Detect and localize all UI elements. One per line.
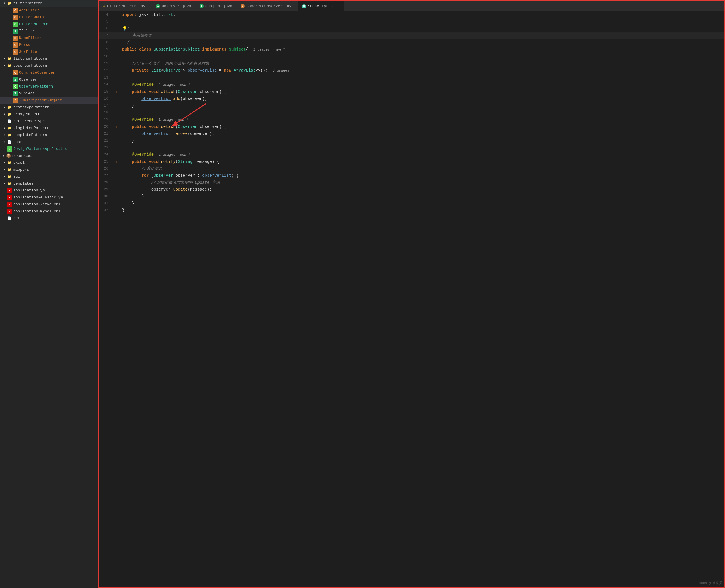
sidebar-item-resources[interactable]: ▼ 📦 resources — [0, 152, 98, 160]
java-icon: ☕ — [103, 4, 105, 8]
sidebar-item-refferenceType[interactable]: 📄 refferenceType — [0, 118, 98, 125]
line-number: 11 — [99, 60, 113, 67]
sidebar-item-NameFilter[interactable]: C NameFilter — [0, 35, 98, 42]
sidebar-item-label: SexFilter — [19, 49, 39, 55]
code-line-10: 10 — [99, 53, 724, 60]
sidebar-item-label: Person — [19, 42, 33, 48]
class-icon: C — [302, 4, 306, 8]
line-content: * 主题操作类 — [120, 32, 724, 39]
sidebar-item-templates[interactable]: ▶ 📁 templates — [0, 180, 98, 187]
class-icon: C — [13, 42, 18, 48]
line-content: } — [120, 193, 724, 200]
sidebar-item-sql[interactable]: ▶ 📁 sql — [0, 173, 98, 180]
tab-ConcreteObserver[interactable]: C ConcreteObserver.java — [236, 1, 298, 11]
sidebar-item-application-elastic-yml[interactable]: Y application-elastic.yml — [0, 194, 98, 201]
line-number: 19 — [99, 116, 113, 123]
sidebar-item-get[interactable]: 📄 get — [0, 215, 98, 222]
sidebar-item-label: filterPattern — [13, 0, 42, 7]
sidebar-item-SubscriptionSubject[interactable]: C SubscriptionSubject — [0, 97, 98, 104]
expand-arrow: ▼ — [2, 0, 7, 7]
class-icon: C — [13, 70, 18, 76]
sidebar-item-label: prototypePattern — [13, 104, 49, 111]
sidebar-item-Person[interactable]: C Person — [0, 42, 98, 48]
sidebar-item-mappers[interactable]: ▶ 📁 mappers — [0, 166, 98, 173]
tab-label: Subscriptio... — [308, 4, 339, 8]
interface-icon: I — [199, 4, 204, 8]
line-number: 31 — [99, 200, 113, 207]
line-gutter: ↑ — [113, 123, 120, 130]
sidebar: ▼ 📁 filterPattern C AgeFilter C FilterCh… — [0, 0, 98, 588]
sidebar-item-ObserverPattern[interactable]: C ObserverPattern — [0, 83, 98, 90]
interface-icon: I — [13, 91, 18, 96]
code-line-21: 21 observerList.remove(observer); — [99, 130, 724, 137]
sidebar-item-DesignPatternsApplication[interactable]: C DesignPatternsApplication — [0, 146, 98, 152]
sidebar-item-proxyPattern[interactable]: ▶ 📁 proxyPattern — [0, 111, 98, 118]
line-content: } — [120, 200, 724, 207]
sidebar-item-label: test — [13, 139, 22, 145]
tab-label: ConcreteObserver.java — [246, 4, 294, 8]
code-line-14: 14 @Override 4 usages new * — [99, 81, 724, 88]
yaml-icon: Y — [7, 209, 12, 214]
line-number: 7 — [99, 32, 113, 39]
folder-icon: 📁 — [7, 167, 12, 172]
sidebar-item-templatePattern[interactable]: ▶ 📁 templatePattern — [0, 132, 98, 139]
class-icon: C — [13, 49, 18, 55]
tab-SubscriptionSubject[interactable]: C Subscriptio... — [298, 1, 344, 11]
sidebar-item-label: application.yml — [13, 187, 47, 194]
sidebar-item-listenerPattern[interactable]: ▶ 📁 listenerPattern — [0, 56, 98, 62]
folder-icon: 📁 — [7, 181, 12, 186]
sidebar-item-excel[interactable]: ▶ 📁 excel — [0, 160, 98, 166]
sidebar-item-application-yml[interactable]: Y application.yml — [0, 187, 98, 194]
line-number: 22 — [99, 137, 113, 144]
sidebar-item-AgeFilter[interactable]: C AgeFilter — [0, 7, 98, 14]
line-number: 6 — [99, 25, 113, 32]
sidebar-item-SexFilter[interactable]: C SexFilter — [0, 48, 98, 56]
sidebar-item-test[interactable]: ▶ 📄 test — [0, 139, 98, 146]
sidebar-item-Observer[interactable]: I Observer — [0, 76, 98, 83]
sidebar-item-FilterChain[interactable]: C FilterChain — [0, 14, 98, 21]
sidebar-item-singletonPattern[interactable]: ▶ 📁 singletonPattern — [0, 125, 98, 132]
sidebar-item-observerPattern[interactable]: ▼ 📁 observerPattern — [0, 62, 98, 69]
code-line-15: 15 ↑ public void attach(Observer observe… — [99, 88, 724, 95]
sidebar-item-Subject[interactable]: I Subject — [0, 90, 98, 97]
class-icon: C — [13, 98, 18, 103]
code-line-7: 7 * 主题操作类 — [99, 32, 724, 39]
code-line-30: 30 } — [99, 193, 724, 200]
sidebar-item-label: get — [13, 215, 20, 222]
code-line-31: 31 } — [99, 200, 724, 207]
line-number: 28 — [99, 179, 113, 186]
sidebar-item-label: mappers — [13, 167, 29, 173]
sidebar-item-label: ObserverPattern — [19, 83, 53, 90]
code-line-32: 32 } — [99, 207, 724, 214]
line-number: 30 — [99, 193, 113, 200]
line-content: } — [120, 137, 724, 144]
code-line-27: 27 for (Observer observer : observerList… — [99, 172, 724, 179]
sidebar-item-ConcreteObserver[interactable]: C ConcreteObserver — [0, 69, 98, 76]
sidebar-item-filterPattern[interactable]: ▼ 📁 filterPattern — [0, 0, 98, 7]
line-content: for (Observer observer : observerList) { — [120, 172, 724, 179]
sidebar-item-IFilter[interactable]: I IFilter — [0, 28, 98, 35]
line-content: import java.util.List; — [120, 11, 724, 18]
sidebar-item-FilterPattern[interactable]: C FilterPattern — [0, 21, 98, 28]
tab-Subject[interactable]: I Subject.java — [195, 1, 237, 11]
interface-icon: I — [13, 28, 18, 34]
line-content: } — [120, 207, 724, 214]
line-number: 4 — [99, 11, 113, 18]
code-editor[interactable]: 4 import java.util.List; 5 6 💡* 7 * 主题操作… — [99, 11, 724, 587]
tab-Observer[interactable]: I Observer.java — [152, 1, 195, 11]
sidebar-item-label: excel — [13, 160, 24, 166]
line-content: //遍历集合 — [120, 165, 724, 172]
class-icon: C — [13, 15, 18, 20]
code-line-23: 23 — [99, 144, 724, 151]
sidebar-item-application-kafka-yml[interactable]: Y application-kafka.yml — [0, 201, 98, 208]
tab-FilterPattern[interactable]: ☕ FilterPattern.java — [99, 1, 152, 11]
sidebar-item-label: listenerPattern — [13, 56, 47, 62]
sidebar-item-application-mysql-yml[interactable]: Y application-mysql.yml — [0, 208, 98, 215]
code-line-16: 16 observerList.add(observer); — [99, 95, 724, 102]
sidebar-item-label: ConcreteObserver — [19, 69, 55, 76]
code-line-25: 25 ↑ public void notify(String message) … — [99, 158, 724, 165]
code-line-12: 12 private List<Observer> observerList =… — [99, 67, 724, 74]
line-number: 20 — [99, 123, 113, 130]
sidebar-item-prototypePattern[interactable]: ▶ 📁 prototypePattern — [0, 104, 98, 111]
code-line-5: 5 — [99, 18, 724, 25]
